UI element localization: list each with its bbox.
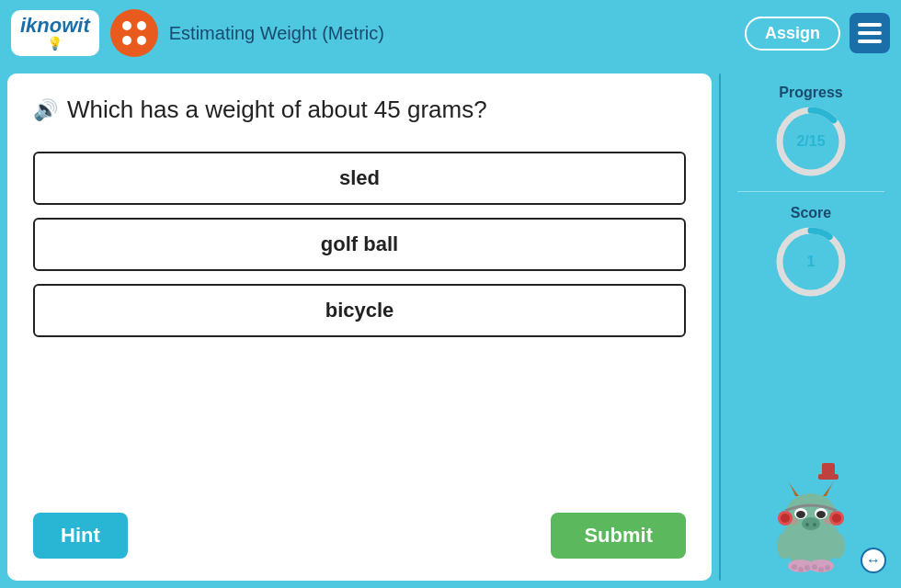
logo-text: iknowit <box>20 16 90 36</box>
nav-arrow-icon: ↔ <box>866 552 881 569</box>
logo-bulb-icon: 💡 <box>47 36 63 51</box>
svg-point-13 <box>805 523 809 526</box>
svg-point-9 <box>816 511 826 518</box>
score-ring: 1 <box>774 225 848 299</box>
mascot-art <box>760 454 861 573</box>
nav-arrow-button[interactable]: ↔ <box>861 548 886 573</box>
lesson-title: Estimating Weight (Metric) <box>169 23 734 44</box>
menu-button[interactable] <box>850 13 890 53</box>
vertical-divider <box>719 74 721 581</box>
hamburger-icon <box>858 23 882 27</box>
svg-point-20 <box>832 514 841 523</box>
bottom-bar: Hint Submit <box>33 513 686 559</box>
svg-point-29 <box>818 567 824 572</box>
svg-point-27 <box>804 565 810 571</box>
svg-point-28 <box>812 564 817 570</box>
hamburger-icon <box>858 31 882 35</box>
question-area: 🔊 Which has a weight of about 45 grams? … <box>7 74 712 581</box>
main-content: 🔊 Which has a weight of about 45 grams? … <box>0 66 901 588</box>
sound-icon[interactable]: 🔊 <box>33 98 58 122</box>
score-value: 1 <box>807 254 815 270</box>
svg-point-12 <box>802 517 820 530</box>
film-reel-icon <box>110 9 158 57</box>
answer-option-2[interactable]: golf ball <box>33 218 686 271</box>
mascot <box>760 454 861 573</box>
score-label: Score <box>791 205 831 221</box>
question-row: 🔊 Which has a weight of about 45 grams? <box>33 96 686 124</box>
sidebar: Progress 2/15 Score 1 <box>728 74 894 581</box>
svg-point-18 <box>781 514 790 523</box>
hamburger-icon <box>858 40 882 43</box>
hint-button[interactable]: Hint <box>33 513 128 559</box>
assign-button[interactable]: Assign <box>745 17 840 51</box>
question-text: Which has a weight of about 45 grams? <box>67 96 487 124</box>
answer-option-3[interactable]: bicycle <box>33 284 686 337</box>
svg-rect-16 <box>822 463 835 476</box>
progress-value: 2/15 <box>796 133 825 150</box>
sidebar-divider <box>737 191 884 192</box>
progress-section: Progress 2/15 <box>774 85 848 178</box>
progress-label: Progress <box>779 85 842 101</box>
progress-ring: 2/15 <box>774 105 848 178</box>
score-section: Score 1 <box>774 205 848 299</box>
svg-point-22 <box>830 533 845 559</box>
header: iknowit 💡 Estimating Weight (Metric) Ass… <box>0 0 901 66</box>
logo: iknowit 💡 <box>11 10 99 56</box>
header-actions: Assign <box>745 13 890 53</box>
svg-point-8 <box>796 511 805 518</box>
svg-point-25 <box>792 564 797 570</box>
answers-list: sled golf ball bicycle <box>33 152 686 337</box>
svg-point-26 <box>798 567 804 572</box>
svg-point-21 <box>777 533 792 559</box>
svg-point-5 <box>785 493 837 539</box>
svg-point-30 <box>825 565 830 571</box>
svg-point-14 <box>813 523 816 526</box>
submit-button[interactable]: Submit <box>551 513 686 559</box>
answer-option-1[interactable]: sled <box>33 152 686 205</box>
